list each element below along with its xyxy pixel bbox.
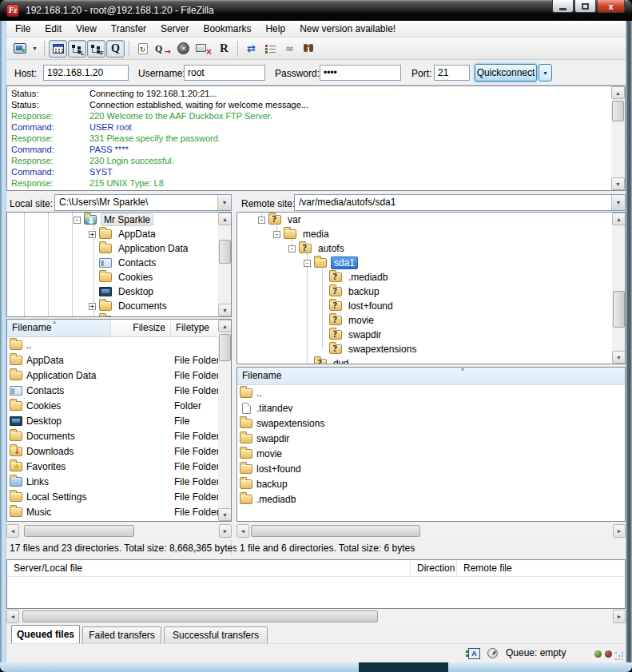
cancel-button[interactable]: × — [174, 40, 193, 58]
quickconnect-dropdown[interactable]: ▼ — [539, 64, 552, 82]
local-file-row[interactable]: Music File Folder — [7, 504, 217, 519]
tree-expander[interactable] — [304, 260, 311, 267]
tree-expander[interactable] — [89, 231, 96, 238]
local-file-row[interactable]: Favorites File Folder — [7, 459, 217, 474]
remote-tree-scrollbar[interactable]: ▲ ▼ — [612, 213, 626, 364]
tree-expander[interactable] — [273, 231, 280, 238]
scroll-left-icon[interactable]: ◄ — [237, 524, 249, 538]
menu-item[interactable]: Transfer — [104, 21, 153, 37]
remote-file-row[interactable]: swapdir — [237, 431, 625, 446]
scroll-right-icon[interactable]: ► — [613, 524, 626, 538]
scroll-down-icon[interactable]: ▼ — [612, 351, 626, 364]
toggle-local-tree-button[interactable]: L — [68, 40, 86, 58]
scroll-left-icon[interactable]: ◄ — [6, 524, 19, 538]
local-tree-item[interactable]: Mr Sparkle — [7, 213, 231, 227]
local-tree-scrollbar-thumb[interactable] — [219, 240, 231, 264]
remote-file-row[interactable]: movie — [237, 446, 625, 461]
local-list-hscrollbar[interactable]: ◄ ► — [6, 524, 232, 538]
scroll-right-icon[interactable]: ► — [613, 610, 626, 623]
chevron-down-icon[interactable]: ▼ — [217, 195, 231, 210]
local-site-combo[interactable]: C:\Users\Mr Sparkle\ ▼ — [54, 194, 232, 211]
remote-site-combo[interactable]: /var/media/autofs/sda1 ▼ — [294, 194, 626, 211]
column-header-filename[interactable]: Filename ▾ — [237, 368, 625, 384]
scroll-right-icon[interactable]: ► — [219, 524, 232, 538]
scroll-down-icon[interactable]: ▼ — [218, 508, 232, 521]
local-hscrollbar-thumb[interactable] — [24, 525, 134, 537]
local-file-row[interactable]: .. — [7, 337, 217, 352]
remote-file-row[interactable]: lost+found — [237, 461, 625, 476]
column-header-filename[interactable]: Filename ▴ — [7, 320, 111, 336]
scroll-left-icon[interactable]: ◄ — [6, 610, 19, 623]
queue-hscrollbar[interactable]: ◄ ► — [6, 610, 626, 623]
toggle-queue-button[interactable]: Q — [106, 40, 125, 58]
remote-list-hscrollbar[interactable]: ◄ ► — [237, 524, 626, 538]
menu-item[interactable]: Server — [153, 21, 196, 37]
remote-tree-item[interactable]: var — [237, 213, 625, 227]
local-list-scrollbar-thumb[interactable] — [219, 334, 231, 361]
quickconnect-button[interactable]: Quickconnect — [475, 64, 537, 82]
local-file-row[interactable]: Application Data File Folder — [7, 368, 217, 383]
local-file-row[interactable]: Desktop File — [7, 413, 217, 428]
remote-hscrollbar-thumb[interactable] — [251, 525, 420, 537]
remote-file-row[interactable]: swapextensions — [237, 416, 625, 431]
toggle-message-log-button[interactable] — [49, 40, 67, 58]
scroll-up-icon[interactable]: ▲ — [218, 213, 232, 225]
local-file-row[interactable]: Downloads File Folder — [7, 443, 217, 459]
column-header-direction[interactable]: Direction — [411, 560, 457, 577]
column-header-filetype[interactable]: Filetype — [171, 320, 217, 336]
local-tree-scrollbar[interactable]: ▲ ▼ — [218, 213, 232, 316]
tree-expander[interactable] — [288, 245, 296, 252]
log-scrollbar[interactable]: ▲ ▼ — [611, 86, 625, 190]
minimize-button[interactable] — [552, 0, 574, 13]
process-queue-button[interactable]: Q→ — [153, 40, 173, 58]
tab-successful-transfers[interactable]: Successful transfers — [164, 626, 268, 643]
remote-tree-item[interactable]: sda1 — [237, 256, 625, 270]
find-files-button[interactable] — [300, 40, 318, 58]
remote-file-row[interactable]: .mediadb — [237, 491, 625, 507]
site-manager-dropdown[interactable]: ▼ — [30, 40, 40, 58]
menu-item[interactable]: View — [69, 21, 104, 37]
scroll-down-icon[interactable]: ▼ — [218, 304, 232, 316]
column-header-server-local-file[interactable]: Server/Local file — [7, 560, 411, 577]
remote-tree-item[interactable]: backup — [237, 284, 625, 299]
local-file-row[interactable]: Local Settings File Folder — [7, 489, 217, 504]
resize-grip[interactable] — [615, 652, 625, 662]
reconnect-button[interactable]: R — [215, 40, 233, 58]
column-header-filesize[interactable]: Filesize — [111, 320, 171, 336]
remote-tree-item[interactable]: lost+found — [237, 299, 625, 313]
tree-expander[interactable] — [258, 217, 265, 224]
close-button[interactable]: x — [597, 0, 625, 13]
remote-tree-item[interactable]: autofs — [237, 241, 625, 256]
password-input[interactable] — [320, 65, 401, 81]
tree-expander[interactable] — [89, 303, 96, 310]
local-tree-item[interactable]: AppData — [7, 227, 231, 241]
port-input[interactable] — [434, 65, 470, 81]
scroll-up-icon[interactable]: ▲ — [612, 213, 626, 225]
remote-tree-item[interactable]: movie — [237, 313, 625, 328]
remote-tree-item[interactable]: media — [237, 227, 625, 241]
disconnect-button[interactable]: × — [193, 40, 214, 58]
scroll-up-icon[interactable]: ▲ — [218, 320, 232, 332]
scroll-down-icon[interactable]: ▼ — [611, 177, 625, 190]
local-tree-item[interactable]: Cookies — [7, 270, 231, 284]
remote-tree-scrollbar-thumb[interactable] — [613, 291, 625, 328]
menu-item[interactable]: Bookmarks — [196, 21, 258, 37]
local-file-row[interactable]: Cookies Folder — [7, 398, 217, 413]
tree-expander[interactable] — [74, 217, 81, 224]
local-tree-item[interactable]: Application Data — [7, 241, 231, 256]
local-tree-item[interactable]: Documents — [7, 299, 231, 313]
menu-item[interactable]: New version available! — [292, 21, 403, 37]
menu-item[interactable]: File — [8, 21, 38, 37]
directory-comparison-button[interactable]: ⇄ — [242, 40, 260, 58]
local-file-row[interactable]: AppData File Folder — [7, 352, 217, 368]
local-list-scrollbar[interactable]: ▲ ▼ — [218, 320, 232, 521]
column-header-remote-file[interactable]: Remote file — [457, 560, 625, 577]
remote-tree-item[interactable]: .mediadb — [237, 270, 625, 284]
tab-failed-transfers[interactable]: Failed transfers — [82, 626, 161, 643]
site-manager-button[interactable] — [10, 40, 29, 58]
scroll-up-icon[interactable]: ▲ — [611, 86, 625, 99]
queue-hscrollbar-thumb[interactable] — [22, 610, 378, 622]
local-tree-item[interactable]: Downloads — [7, 313, 231, 317]
host-input[interactable] — [43, 65, 129, 81]
menu-item[interactable]: Help — [258, 21, 292, 37]
